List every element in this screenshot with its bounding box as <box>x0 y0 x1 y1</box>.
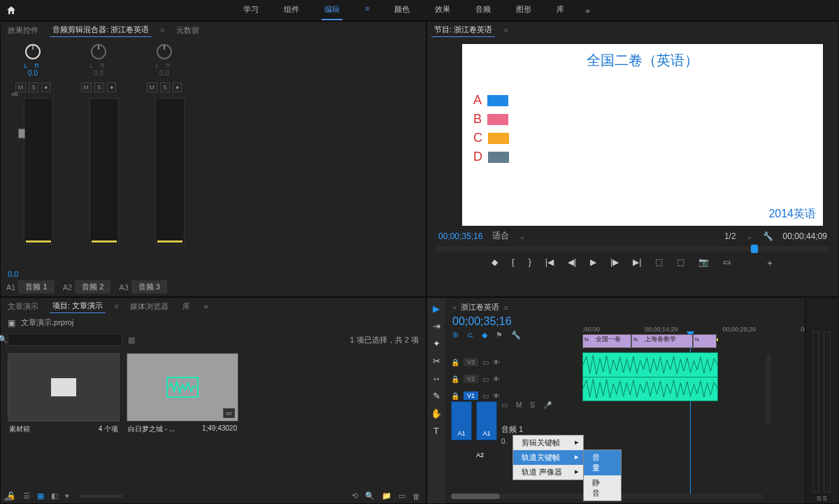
timeline-zoom-handle[interactable] <box>451 494 500 499</box>
thumb-size-slider[interactable] <box>80 495 122 498</box>
ws-audio[interactable]: 音频 <box>473 0 494 20</box>
hand-tool-icon[interactable]: ✋ <box>431 408 442 419</box>
mute-2[interactable]: M <box>81 82 92 92</box>
fader-1[interactable] <box>18 129 25 138</box>
ws-effects[interactable]: 效果 <box>432 0 453 20</box>
slip-tool-icon[interactable]: ↔ <box>432 373 441 384</box>
ws-graphics[interactable]: 图形 <box>513 0 534 20</box>
program-scrubber[interactable] <box>436 246 830 252</box>
program-playhead[interactable] <box>751 245 758 253</box>
track-name-a2[interactable]: 音频 2 <box>75 280 110 294</box>
ptab-project[interactable]: 项目: 文章演示 <box>50 299 106 313</box>
ptab-source[interactable]: 文章演示 <box>5 300 41 313</box>
rec-3[interactable]: ● <box>173 82 182 92</box>
ptab-libraries[interactable]: 库 <box>180 300 193 313</box>
ptab-media-browser[interactable]: 媒体浏览器 <box>127 300 171 313</box>
solo-2[interactable]: S <box>94 82 104 92</box>
fit-select[interactable]: 适合 <box>492 230 509 242</box>
out-icon[interactable]: } <box>529 257 531 269</box>
a-patch-1[interactable]: A1 <box>451 401 472 440</box>
v1-toggle[interactable]: ▭ <box>482 392 489 400</box>
ws-overflow-icon[interactable]: » <box>585 6 589 15</box>
zoom-chevron-icon[interactable]: ⌄ <box>746 231 753 241</box>
a1-mute[interactable]: M <box>516 401 522 409</box>
extract-icon[interactable]: ⬚ <box>677 257 684 269</box>
ws-color[interactable]: 颜色 <box>392 0 413 20</box>
v1-badge[interactable]: V1 <box>464 391 478 400</box>
v3-toggle[interactable]: ▭ <box>482 359 489 366</box>
pan-knob-1[interactable] <box>25 44 41 59</box>
seq-menu-icon[interactable]: ≡ <box>503 303 508 312</box>
export-frame-icon[interactable]: 📷 <box>698 257 709 269</box>
master-value[interactable]: 0.0 <box>8 270 18 278</box>
tab-effect-controls[interactable]: 效果控件 <box>5 24 41 37</box>
ws-library[interactable]: 库 <box>554 0 567 20</box>
new-item-icon[interactable]: ▭ <box>399 491 406 501</box>
fit-chevron-icon[interactable]: ⌄ <box>519 231 526 241</box>
tab-audio-clip-mixer[interactable]: 音频剪辑混合器: 浙江卷英语 <box>50 23 152 37</box>
pan-knob-3[interactable] <box>157 44 172 59</box>
timeline-v-scrollbar[interactable] <box>766 354 771 424</box>
pan-value-1[interactable]: 0.0 <box>28 69 38 77</box>
home-icon[interactable] <box>6 5 17 16</box>
filter-bin-icon[interactable]: ▥ <box>128 336 135 345</box>
in-icon[interactable]: { <box>512 257 515 269</box>
program-tab[interactable]: 节目: 浙江卷英语 <box>431 23 495 37</box>
search-input[interactable] <box>8 333 122 346</box>
meter-solo-label[interactable]: S S <box>805 495 838 502</box>
bin-item-audio[interactable]: ▭ 白日梦之城 - ...1;49;43020 <box>127 353 238 437</box>
program-timecode[interactable]: 00;00;35;16 <box>438 231 482 241</box>
a1-toggle-icon[interactable]: ▭ <box>501 401 508 409</box>
a1-solo[interactable]: S <box>530 401 535 409</box>
track-name-a1[interactable]: 音频 1 <box>18 280 54 294</box>
solo-1[interactable]: S <box>29 82 38 92</box>
lock-v1[interactable]: 🔒 <box>451 392 459 400</box>
pan-value-2[interactable]: 0.0 <box>94 69 103 77</box>
compare-icon[interactable]: ▭ <box>723 257 731 269</box>
vclip-1[interactable]: fx上海卷教学 <box>631 334 693 348</box>
marker-add-icon[interactable]: ◆ <box>482 331 487 340</box>
ws-edit-menu[interactable]: ≡ <box>362 0 372 20</box>
find-icon[interactable]: 🔍 <box>365 491 375 501</box>
marker-icon[interactable]: ◆ <box>492 257 498 269</box>
sequence-name[interactable]: 浙江卷英语 <box>461 302 499 312</box>
mute-3[interactable]: M <box>147 82 158 92</box>
ctx-clip-keyframes[interactable]: 剪辑关键帧▸ <box>513 435 583 450</box>
trash-icon[interactable]: 🗑 <box>413 492 420 501</box>
bin-item-folder[interactable]: 素材箱4 个项 <box>8 353 120 437</box>
snap-icon[interactable]: ❊ <box>452 331 459 340</box>
ctx-track-keyframes[interactable]: 轨道关键帧▸ <box>513 450 583 465</box>
razor-tool-icon[interactable]: ✂ <box>433 356 440 366</box>
step-back-icon[interactable]: ◀| <box>568 257 576 269</box>
a1-mic-icon[interactable]: 🎤 <box>543 401 552 409</box>
type-tool-icon[interactable]: T <box>433 426 439 436</box>
pen-tool-icon[interactable]: ✎ <box>433 391 440 401</box>
pan-value-3[interactable]: 0.0 <box>159 69 169 77</box>
lock-v2[interactable]: 🔒 <box>451 375 459 383</box>
ws-edit[interactable]: 编辑 <box>322 0 343 20</box>
lift-icon[interactable]: ⬚ <box>655 257 663 269</box>
track-name-a3[interactable]: 音频 3 <box>131 280 167 294</box>
cloud-sync-icon[interactable]: ☁ <box>3 491 13 503</box>
play-icon[interactable]: ▶ <box>590 257 596 269</box>
v2-badge[interactable]: V2 <box>464 375 478 383</box>
pan-knob-2[interactable] <box>91 44 106 59</box>
ripple-tool-icon[interactable]: ✦ <box>433 338 440 349</box>
v1-eye-icon[interactable]: 👁 <box>493 392 500 400</box>
vclip-0[interactable]: fx全国一卷 <box>582 334 631 348</box>
linked-sel-icon[interactable]: ⊂ <box>467 331 473 340</box>
ctx-sub-volume[interactable]: 音量 <box>584 450 621 475</box>
zoom-select[interactable]: 1/2 <box>724 231 736 241</box>
ptab-overflow[interactable]: » <box>204 302 208 310</box>
audio-clip[interactable] <box>582 352 718 401</box>
program-canvas[interactable]: 全国二卷（英语） A B C D 2014英语 <box>462 44 823 226</box>
goto-out-icon[interactable]: ▶| <box>633 257 641 269</box>
tab-metadata[interactable]: 元数据 <box>173 24 202 37</box>
ws-learn[interactable]: 学习 <box>241 0 261 20</box>
ws-assembly[interactable]: 组件 <box>281 0 302 20</box>
list-view-icon[interactable]: ☰ <box>23 491 30 501</box>
sort-icon[interactable]: ▾ <box>65 491 69 501</box>
icon-view-icon[interactable]: ▦ <box>37 491 44 501</box>
solo-3[interactable]: S <box>160 82 170 92</box>
freeform-view-icon[interactable]: ◧ <box>51 491 58 501</box>
